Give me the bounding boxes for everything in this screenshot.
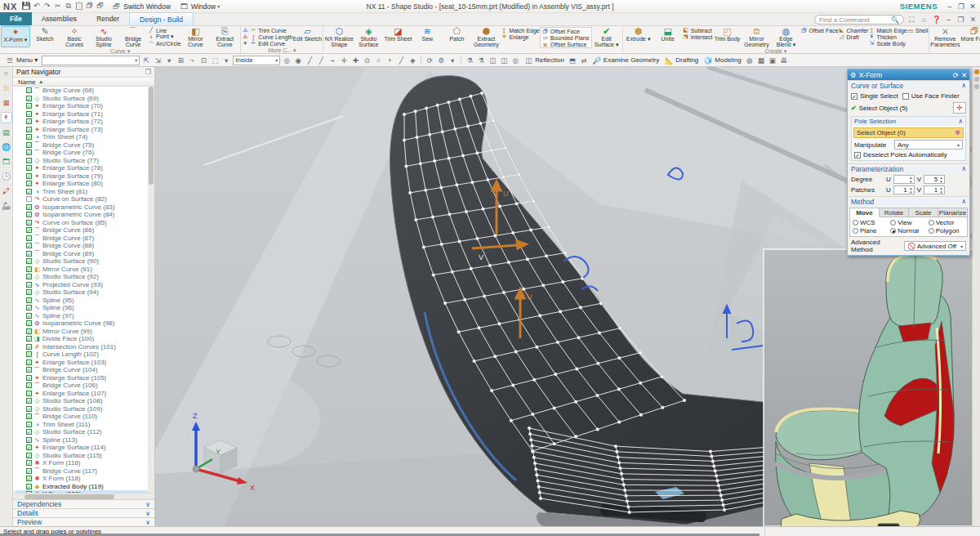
view-tool-icon[interactable]: ⚙: [436, 56, 446, 65]
feature-checkbox[interactable]: ✓: [26, 142, 32, 148]
restore-window-icon[interactable]: ❐: [956, 16, 966, 25]
feature-checkbox[interactable]: ✓: [26, 282, 32, 288]
tree-item[interactable]: ✓⌒Bridge Curve (110): [15, 413, 154, 421]
arc-circle-button[interactable]: ◠Arc/Circle: [148, 40, 180, 47]
tree-item[interactable]: ↷Curve on Surface (82): [15, 195, 154, 203]
tree-item[interactable]: ✓◇Studio Surface (109): [15, 405, 154, 413]
shell-button[interactable]: 🗃Shell: [907, 27, 929, 34]
tree-item[interactable]: ✓✦Enlarge Surface (70): [15, 102, 154, 110]
enlarge-button[interactable]: ❖Enlarge: [501, 34, 539, 40]
snap-point-icon[interactable]: ✚: [350, 56, 360, 65]
tree-item[interactable]: ✓✿Isoparametric Curve (98): [15, 319, 154, 328]
feature-checkbox[interactable]: ✓: [26, 422, 32, 427]
examine-geometry-button[interactable]: 🔎Examine Geometry: [590, 56, 661, 65]
navigator-horizontal-scrollbar[interactable]: [13, 493, 154, 499]
feature-checkbox[interactable]: ✓: [26, 212, 32, 217]
feature-checkbox[interactable]: ✓: [26, 266, 32, 272]
view-tool-icon[interactable]: ⟳: [425, 56, 434, 65]
home-icon[interactable]: ⌂: [919, 16, 929, 25]
feature-checkbox[interactable]: ✓: [26, 382, 32, 388]
section-pole-selection[interactable]: Pole Selection∧: [852, 117, 965, 126]
feature-checkbox[interactable]: ✓: [26, 429, 32, 435]
selection-filter-combo[interactable]: ▾: [42, 56, 140, 65]
feature-checkbox[interactable]: ✓: [26, 328, 32, 334]
feature-checkbox[interactable]: ✓: [26, 204, 32, 210]
close-button[interactable]: ✕: [967, 2, 978, 11]
feature-checkbox[interactable]: ✓: [26, 134, 32, 140]
feature-checkbox[interactable]: [26, 196, 32, 202]
sew-button[interactable]: ≋Sew: [412, 26, 442, 48]
paste-icon[interactable]: 📋: [74, 2, 84, 11]
tree-item[interactable]: ✓⌒Bridge Curve (76): [15, 149, 154, 157]
panel-dependencies[interactable]: Dependencies∨: [13, 499, 154, 508]
feature-checkbox[interactable]: ✓: [26, 103, 32, 109]
tree-item[interactable]: ✓◇Studio Surface (90): [15, 257, 154, 266]
history-icon[interactable]: 🕒: [1, 171, 12, 182]
method-tab-scale[interactable]: Scale: [909, 208, 938, 217]
reflection-button[interactable]: ◫Reflection: [522, 56, 566, 65]
deselect-poles-checkbox[interactable]: ✓: [854, 152, 861, 159]
tree-item[interactable]: ✓◧Mirror Curve (99): [15, 328, 154, 336]
tab-assemblies[interactable]: Assemblies: [32, 12, 87, 25]
selection-tool-icon[interactable]: ⇲: [153, 56, 163, 65]
tree-item[interactable]: ✓✦Enlarge Surface (71): [15, 110, 154, 118]
render-style-icon[interactable]: ◫: [499, 56, 509, 65]
roles-icon[interactable]: 🖍: [1, 185, 12, 197]
tree-item[interactable]: ✓∿Spline (95): [15, 297, 154, 305]
menu-button[interactable]: ☰Menu ▾: [2, 56, 40, 65]
window-menu-button[interactable]: 🗔Window ▾: [176, 2, 222, 11]
feature-checkbox[interactable]: ✓: [26, 476, 32, 481]
feature-checkbox[interactable]: ✓: [26, 460, 32, 466]
render-style-icon[interactable]: ◎: [510, 56, 520, 65]
tree-item[interactable]: ✓⌒Bridge Curve (68): [15, 87, 154, 95]
feature-checkbox[interactable]: ✓: [26, 391, 32, 396]
secondary-viewport[interactable]: [764, 249, 980, 526]
feature-checkbox[interactable]: ✓: [26, 150, 32, 155]
feature-checkbox[interactable]: ✓: [26, 336, 32, 342]
drafting-button[interactable]: 📐Drafting: [662, 56, 700, 65]
help-icon[interactable]: ❓: [931, 16, 942, 25]
subtract-button[interactable]: ⬕Subtract: [683, 27, 713, 34]
tree-item[interactable]: ✓◆Extracted Body (119): [15, 483, 154, 491]
snap-point-icon[interactable]: ◈: [408, 56, 417, 65]
sketch-button[interactable]: ✎Sketch: [30, 26, 60, 47]
selection-tool-icon[interactable]: ▾: [221, 56, 231, 65]
tree-item[interactable]: ✓↷Curve on Surface (85): [15, 219, 154, 227]
navigator-column-header[interactable]: Name▲: [13, 78, 154, 87]
tree-item[interactable]: ✓✗Intersection Curves (101): [15, 343, 154, 351]
restore-button[interactable]: ❐: [956, 2, 967, 11]
bridge-curve-button[interactable]: ⌒Bridge Curve: [118, 26, 148, 47]
render-style-icon[interactable]: ⚗: [476, 56, 486, 65]
tree-item[interactable]: ✓✦Enlarge Surface (79): [15, 172, 154, 181]
feature-checkbox[interactable]: ✓: [26, 181, 32, 186]
extract-geometry-button[interactable]: ⬢Extract Geometry: [471, 26, 501, 48]
reuse-library-icon[interactable]: ▤: [1, 127, 12, 138]
chamfer-button[interactable]: ◣Chamfer: [839, 27, 869, 34]
tree-item[interactable]: ✓◑Trim Sheet (111): [15, 421, 154, 429]
feature-checkbox[interactable]: ✓: [26, 297, 32, 303]
extrude-button[interactable]: ⬢Extrude ▾: [624, 26, 653, 47]
tree-item[interactable]: ✓◑Trim Sheet (74): [15, 133, 154, 141]
remove-parameters-button[interactable]: ⨯Remove Parameters: [930, 26, 960, 47]
rail-handle-icon[interactable]: [974, 84, 979, 89]
selection-tool-icon[interactable]: ⬚: [210, 56, 220, 65]
find-command-input[interactable]: Find a Command🔍: [814, 15, 904, 25]
method-radio-polygon[interactable]: Polygon: [929, 227, 964, 234]
full-screen-icon[interactable]: ⛶: [906, 16, 917, 25]
feature-checkbox[interactable]: ✓: [26, 398, 32, 404]
assembly-navigator-icon[interactable]: ⚿: [1, 83, 12, 94]
feature-checkbox[interactable]: ✓: [26, 165, 32, 171]
advanced-method-dropdown[interactable]: 🚫 Advanced Off ▾: [904, 241, 966, 251]
selection-tool-icon[interactable]: ⇱: [141, 56, 151, 65]
icon-button[interactable]: ⟁: [242, 34, 250, 40]
feature-checkbox[interactable]: ✓: [26, 468, 32, 474]
clip-section-icon[interactable]: [974, 69, 979, 74]
offset-face-button[interactable]: 🗇Offset Face: [542, 28, 590, 34]
tree-item[interactable]: ✓✿Isoparametric Curve (84): [15, 211, 154, 219]
trim-curve-button[interactable]: ✂Trim Curve: [250, 27, 292, 34]
method-radio-plane[interactable]: Plane: [853, 227, 889, 234]
basic-curves-button[interactable]: ✧Basic Curves: [60, 26, 89, 47]
degree-v-spinner[interactable]: 5▴▾: [924, 175, 945, 184]
snap-point-icon[interactable]: ◉: [293, 56, 303, 65]
tree-item[interactable]: ✓⌒Bridge Curve (75): [15, 141, 154, 150]
